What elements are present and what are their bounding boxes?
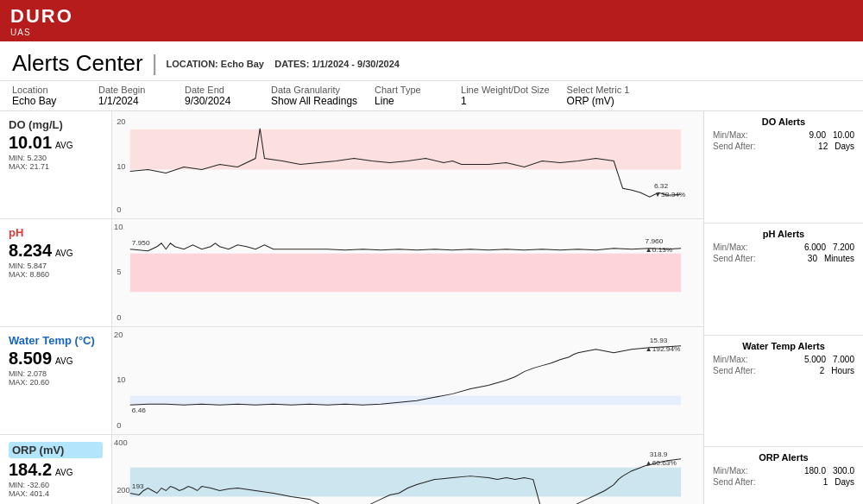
controls-row: LocationEcho BayDate Begin1/1/2024Date E… bbox=[0, 81, 863, 111]
orp-band bbox=[130, 468, 681, 497]
alert-title-3: ORP Alerts bbox=[713, 452, 854, 463]
title-meta: LOCATION: Echo Bay DATES: 1/1/2024 - 9/3… bbox=[167, 59, 400, 69]
svg-text:▼38.34%: ▼38.34% bbox=[654, 191, 685, 198]
location-label: LOCATION: bbox=[167, 59, 218, 69]
metric-name-wt: Water Temp (°C) bbox=[9, 334, 103, 347]
control-label-3: Data Granularity bbox=[271, 85, 357, 95]
chart-area-wt: 20 10 0 6.46 15.93 ▲192.94% bbox=[112, 327, 703, 434]
alert-group-0: DO Alerts Min/Max: 9.00 10.00 Send After… bbox=[704, 111, 863, 224]
metric-avg-wt: 8.509 bbox=[9, 349, 52, 368]
metric-name-ph: pH bbox=[9, 226, 103, 239]
chart-svg-ph: 10 5 0 7.950 7.960 ▲0.13% bbox=[112, 219, 703, 326]
control-group-2: Date End9/30/2024 bbox=[185, 85, 271, 107]
svg-text:15.93: 15.93 bbox=[650, 337, 668, 344]
metric-avg-ph: 8.234 bbox=[9, 241, 52, 260]
metric-minmax-do: MIN: 5.230MAX: 21.71 bbox=[9, 154, 103, 171]
alert-group-1: pH Alerts Min/Max: 6.000 7.200 Send Afte… bbox=[704, 224, 863, 336]
main-content: DO (mg/L) 10.01 AVG MIN: 5.230MAX: 21.71… bbox=[0, 111, 863, 504]
control-value-2: 9/30/2024 bbox=[185, 95, 254, 107]
alert-max-2: 7.000 bbox=[833, 355, 854, 364]
alert-min-3: 180.0 bbox=[804, 466, 826, 476]
metric-panel-do: DO (mg/L) 10.01 AVG MIN: 5.230MAX: 21.71 bbox=[0, 111, 112, 218]
control-value-3: Show All Readings bbox=[271, 95, 357, 107]
ph-line bbox=[130, 243, 681, 251]
control-value-6: ORP (mV) bbox=[567, 95, 636, 107]
chart-svg-wt: 20 10 0 6.46 15.93 ▲192.94% bbox=[112, 327, 703, 434]
alert-title-0: DO Alerts bbox=[713, 117, 854, 127]
chart-row-wt: Water Temp (°C) 8.509 AVG MIN: 2.078MAX:… bbox=[0, 327, 703, 435]
alert-min-0: 9.00 bbox=[809, 130, 826, 140]
alert-minmax-row-3: Min/Max: 180.0 300.0 bbox=[713, 466, 854, 476]
chart-area-ph: 10 5 0 7.950 7.960 ▲0.13% bbox=[112, 219, 703, 326]
chart-svg-orp: 400 200 0 193 318.9 ▲60.63% bbox=[112, 435, 703, 504]
ph-band bbox=[130, 254, 681, 293]
alert-max-0: 10.00 bbox=[833, 130, 854, 140]
title-bar: Alerts Center | LOCATION: Echo Bay DATES… bbox=[0, 41, 863, 81]
metric-avg-orp: 184.2 bbox=[9, 460, 52, 479]
control-value-5: 1 bbox=[461, 95, 550, 107]
svg-text:5: 5 bbox=[117, 268, 121, 277]
alert-minmax-row-0: Min/Max: 9.00 10.00 bbox=[713, 130, 854, 140]
do-band bbox=[130, 129, 681, 170]
svg-text:10: 10 bbox=[117, 163, 125, 172]
svg-text:400: 400 bbox=[114, 438, 128, 447]
control-value-4: Line bbox=[375, 95, 444, 107]
alert-title-1: pH Alerts bbox=[713, 229, 854, 239]
metric-minmax-ph: MIN: 5.847MAX: 8.860 bbox=[9, 261, 103, 279]
svg-text:200: 200 bbox=[117, 487, 130, 495]
alert-minmax-row-1: Min/Max: 6.000 7.200 bbox=[713, 243, 854, 252]
svg-text:0: 0 bbox=[117, 313, 121, 322]
svg-text:20: 20 bbox=[117, 117, 125, 126]
control-group-3: Data GranularityShow All Readings bbox=[271, 85, 375, 107]
alert-send-unit-1: Minutes bbox=[824, 254, 854, 263]
control-group-6: Select Metric 1ORP (mV) bbox=[567, 85, 653, 107]
svg-text:▲60.63%: ▲60.63% bbox=[646, 459, 677, 467]
metric-panel-orp: ORP (mV) 184.2 AVG MIN: -32.60MAX: 401.4 bbox=[0, 435, 112, 504]
alert-send-unit-3: Days bbox=[835, 477, 854, 487]
alert-group-2: Water Temp Alerts Min/Max: 5.000 7.000 S… bbox=[704, 336, 863, 448]
control-value-0: Echo Bay bbox=[12, 95, 81, 107]
svg-text:6.32: 6.32 bbox=[654, 182, 669, 190]
metric-panel-wt: Water Temp (°C) 8.509 AVG MIN: 2.078MAX:… bbox=[0, 327, 112, 434]
control-label-2: Date End bbox=[185, 85, 254, 95]
alert-group-3: ORP Alerts Min/Max: 180.0 300.0 Send Aft… bbox=[704, 447, 863, 504]
alert-send-row-3: Send After: 1 Days bbox=[713, 477, 854, 487]
control-label-1: Date Begin bbox=[98, 85, 167, 95]
chart-row-orp: ORP (mV) 184.2 AVG MIN: -32.60MAX: 401.4… bbox=[0, 435, 703, 504]
svg-text:7.960: 7.960 bbox=[646, 237, 664, 245]
header: DURO UAS bbox=[0, 0, 863, 41]
metric-panel-ph: pH 8.234 AVG MIN: 5.847MAX: 8.860 bbox=[0, 219, 112, 326]
svg-text:10: 10 bbox=[114, 223, 123, 231]
svg-text:318.9: 318.9 bbox=[650, 450, 668, 458]
svg-text:7.950: 7.950 bbox=[132, 239, 150, 247]
alert-send-row-0: Send After: 12 Days bbox=[713, 142, 854, 151]
alert-min-2: 5.000 bbox=[804, 355, 826, 364]
metric-minmax-orp: MIN: -32.60MAX: 401.4 bbox=[9, 481, 103, 498]
alert-send-row-1: Send After: 30 Minutes bbox=[713, 254, 854, 263]
dates-label: DATES: bbox=[274, 59, 309, 69]
title-dates: 1/1/2024 - 9/30/2024 bbox=[312, 59, 400, 69]
metric-minmax-wt: MIN: 2.078MAX: 20.60 bbox=[9, 369, 103, 387]
alert-title-2: Water Temp Alerts bbox=[713, 341, 854, 351]
metric-avg-do: 10.01 bbox=[9, 133, 52, 152]
alert-send-val-3: 1 bbox=[823, 477, 828, 487]
control-label-0: Location bbox=[12, 85, 81, 95]
alert-send-unit-0: Days bbox=[835, 142, 854, 151]
svg-text:193: 193 bbox=[132, 482, 144, 490]
alerts-panel: DO Alerts Min/Max: 9.00 10.00 Send After… bbox=[703, 111, 863, 504]
logo-sub: UAS bbox=[10, 28, 73, 37]
title-location: Echo Bay bbox=[221, 59, 264, 69]
control-value-1: 1/1/2024 bbox=[98, 95, 167, 107]
control-group-4: Chart TypeLine bbox=[375, 85, 461, 107]
chart-svg-do: 20 10 0 6.32 ▼38.34% bbox=[112, 111, 703, 218]
svg-text:▲192.94%: ▲192.94% bbox=[646, 345, 681, 353]
svg-text:0: 0 bbox=[117, 205, 121, 214]
chart-area-orp: 400 200 0 193 318.9 ▲60.63% bbox=[112, 435, 703, 504]
svg-text:20: 20 bbox=[114, 331, 123, 339]
control-group-0: LocationEcho Bay bbox=[12, 85, 98, 107]
page-title: Alerts Center bbox=[12, 50, 143, 77]
alert-send-val-0: 12 bbox=[818, 142, 828, 151]
svg-text:6.46: 6.46 bbox=[132, 406, 147, 414]
control-label-6: Select Metric 1 bbox=[567, 85, 636, 95]
logo-text: DURO bbox=[10, 5, 73, 28]
